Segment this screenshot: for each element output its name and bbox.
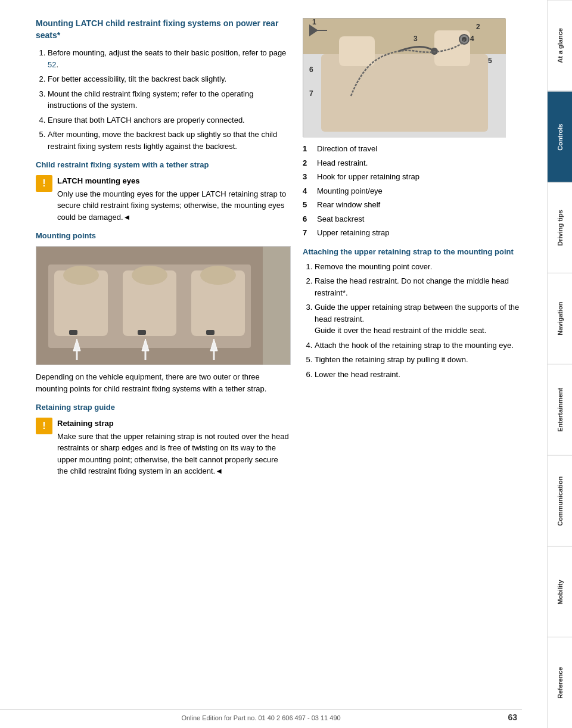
footer-text: Online Edition for Part no. 01 40 2 606 … xyxy=(181,714,340,721)
warning-retaining: ! Retaining strap Make sure that the upp… xyxy=(36,418,291,477)
attach-step-6: Lower the head restraint. xyxy=(315,369,529,381)
sidebar-item-at-a-glance[interactable]: At a glance xyxy=(548,0,572,91)
svg-rect-8 xyxy=(69,330,77,335)
main-title: Mounting LATCH child restraint fixing sy… xyxy=(36,18,291,41)
warning-retaining-text: Retaining strap Make sure that the upper… xyxy=(57,418,291,477)
warning-latch-text: LATCH mounting eyes Only use the mountin… xyxy=(57,175,291,223)
mounting-points-title: Mounting points xyxy=(36,231,291,240)
attach-step-2: Raise the head restraint. Do not change … xyxy=(315,275,529,298)
svg-text:6: 6 xyxy=(309,66,313,74)
svg-point-6 xyxy=(132,266,167,285)
svg-text:1: 1 xyxy=(312,18,316,26)
warning-retaining-body: Make sure that the upper retaining strap… xyxy=(57,432,289,476)
step-4: Ensure that both LATCH anchors are prope… xyxy=(48,114,291,126)
attach-step-1: Remove the mounting point cover. xyxy=(315,261,529,273)
attaching-steps-list: Remove the mounting point cover. Raise t… xyxy=(303,261,529,381)
svg-text:7: 7 xyxy=(309,89,313,98)
step-5: After mounting, move the backrest back u… xyxy=(48,129,291,152)
svg-point-5 xyxy=(63,266,99,285)
step-2: For better accessibility, tilt the backr… xyxy=(48,73,291,85)
diagram-legend: 1 Direction of travel 2 Head restraint. … xyxy=(303,143,529,239)
page-number-container: 63 xyxy=(508,713,517,722)
attach-step-3: Guide the upper retaining strap between … xyxy=(315,301,529,337)
mounting-diagram-svg xyxy=(36,247,263,365)
sidebar-item-entertainment[interactable]: Entertainment xyxy=(548,364,572,455)
svg-point-7 xyxy=(200,266,236,285)
warning-icon-2: ! xyxy=(36,418,52,434)
warning-retaining-title: Retaining strap xyxy=(57,418,291,430)
legend-item-6: 6 Seat backrest xyxy=(303,213,529,225)
legend-item-1: 1 Direction of travel xyxy=(303,143,529,155)
step-3: Mount the child restraint fixing system;… xyxy=(48,88,291,111)
main-content: Mounting LATCH child restraint fixing sy… xyxy=(0,0,547,728)
left-column: Mounting LATCH child restraint fixing sy… xyxy=(36,18,291,483)
svg-text:3: 3 xyxy=(414,35,418,43)
legend-item-2: 2 Head restraint. xyxy=(303,157,529,169)
sidebar-item-navigation[interactable]: Navigation xyxy=(548,273,572,364)
svg-rect-10 xyxy=(206,330,214,335)
svg-rect-9 xyxy=(138,330,146,335)
svg-text:5: 5 xyxy=(488,57,492,65)
attach-step-4: Attach the hook of the retaining strap t… xyxy=(315,340,529,351)
legend-item-5: 5 Rear window shelf xyxy=(303,199,529,211)
attaching-title: Attaching the upper retaining strap to t… xyxy=(303,247,529,256)
legend-item-3: 3 Hook for upper retaining strap xyxy=(303,171,529,183)
sidebar: At a glance Controls Driving tips Naviga… xyxy=(547,0,572,728)
svg-text:2: 2 xyxy=(476,23,480,31)
sidebar-item-driving-tips[interactable]: Driving tips xyxy=(548,182,572,273)
legend-item-7: 7 Upper retaining strap xyxy=(303,227,529,239)
right-column: 1 2 3 4 5 6 7 1 Direction of travel xyxy=(303,18,529,483)
warning-latch-body: Only use the mounting eyes for the upper… xyxy=(57,189,286,222)
tether-title: Child restraint fixing system with a tet… xyxy=(36,160,291,169)
mounting-points-diagram xyxy=(36,246,291,365)
svg-text:4: 4 xyxy=(470,35,474,43)
warning-latch: ! LATCH mounting eyes Only use the mount… xyxy=(36,175,291,223)
page-number: 63 xyxy=(508,713,517,722)
attach-step-5: Tighten the retaining strap by pulling i… xyxy=(315,354,529,366)
warning-latch-title: LATCH mounting eyes xyxy=(57,175,291,187)
retaining-title: Retaining strap guide xyxy=(36,403,291,412)
sidebar-item-communication[interactable]: Communication xyxy=(548,455,572,546)
seat-diagram: 1 2 3 4 5 6 7 xyxy=(303,18,505,137)
step-1: Before mounting, adjust the seats to the… xyxy=(48,47,291,70)
footer: Online Edition for Part no. 01 40 2 606 … xyxy=(0,709,522,722)
page-link-52[interactable]: 52 xyxy=(48,60,56,69)
sidebar-item-controls[interactable]: Controls xyxy=(548,91,572,182)
sidebar-item-mobility[interactable]: Mobility xyxy=(548,546,572,637)
sidebar-item-reference[interactable]: Reference xyxy=(548,637,572,728)
main-steps-list: Before mounting, adjust the seats to the… xyxy=(36,47,291,152)
legend-item-4: 4 Mounting point/eye xyxy=(303,185,529,197)
mounting-desc: Depending on the vehicle equipment, ther… xyxy=(36,371,291,394)
warning-icon-1: ! xyxy=(36,175,52,192)
seat-diagram-svg: 1 2 3 4 5 6 7 xyxy=(303,18,506,138)
svg-rect-20 xyxy=(339,36,375,66)
